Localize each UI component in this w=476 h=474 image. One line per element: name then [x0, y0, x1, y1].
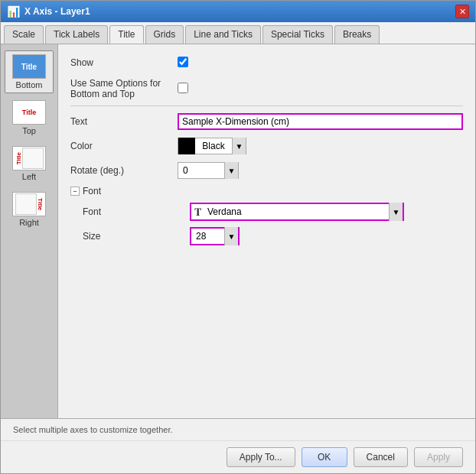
- color-label: Color: [70, 141, 178, 151]
- show-checkbox[interactable]: [178, 57, 188, 67]
- sidebar-label-right: Right: [19, 218, 39, 227]
- title-bar-left: 📊 X Axis - Layer1: [7, 5, 90, 18]
- cancel-button[interactable]: Cancel: [354, 447, 408, 467]
- same-options-control: [178, 83, 463, 96]
- rotate-dropdown-arrow[interactable]: ▼: [224, 162, 238, 179]
- tabs-bar: Scale Tick Labels Title Grids Line and T…: [1, 22, 475, 44]
- size-control: 28 ▼: [190, 227, 463, 245]
- font-collapse-button[interactable]: −: [70, 187, 80, 196]
- font-row: Font 𝐓 Verdana ▼: [83, 203, 463, 221]
- tab-breaks[interactable]: Breaks: [334, 25, 380, 44]
- ok-button[interactable]: OK: [302, 447, 347, 467]
- tab-scale[interactable]: Scale: [4, 25, 44, 44]
- font-section-title: Font: [83, 186, 101, 196]
- color-name: Black: [195, 141, 232, 151]
- rotate-row: Rotate (deg.) 0 ▼: [70, 161, 463, 180]
- rotate-value: 0: [178, 165, 224, 176]
- same-options-checkbox[interactable]: [178, 83, 188, 93]
- size-label: Size: [83, 231, 190, 242]
- font-section-header: − Font: [70, 186, 463, 196]
- main-content: Title Bottom Title Top Title Left: [1, 44, 475, 418]
- text-input[interactable]: [178, 113, 463, 130]
- status-bar: Select multiple axes to customize togeth…: [1, 418, 475, 440]
- right-axis-icon: Title: [12, 192, 46, 216]
- status-text: Select multiple axes to customize togeth…: [13, 425, 173, 434]
- sidebar-item-right[interactable]: Title Right: [5, 188, 54, 231]
- top-axis-icon: Title: [12, 100, 46, 125]
- color-dropdown-arrow[interactable]: ▼: [232, 138, 246, 154]
- sidebar-label-left: Left: [22, 172, 36, 181]
- rotate-control: 0 ▼: [178, 162, 463, 179]
- color-select[interactable]: Black ▼: [178, 138, 246, 154]
- title-bar: 📊 X Axis - Layer1 ✕: [1, 1, 475, 22]
- apply-button[interactable]: Apply: [414, 447, 463, 467]
- sidebar-item-top[interactable]: Title Top: [5, 96, 54, 139]
- same-options-row: Use Same Options for Bottom and Top: [70, 78, 463, 99]
- tab-special-ticks[interactable]: Special Ticks: [262, 25, 333, 44]
- tab-line-and-ticks[interactable]: Line and Ticks: [185, 25, 261, 44]
- close-button[interactable]: ✕: [455, 5, 469, 18]
- bottom-axis-icon: Title: [12, 54, 46, 79]
- font-type-icon: 𝐓: [191, 206, 204, 219]
- show-row: Show: [70, 54, 463, 72]
- tab-tick-labels[interactable]: Tick Labels: [45, 25, 108, 44]
- main-window: 📊 X Axis - Layer1 ✕ Scale Tick Labels Ti…: [0, 0, 476, 474]
- color-swatch: [178, 138, 195, 154]
- font-dropdown-arrow[interactable]: ▼: [389, 203, 403, 221]
- tab-grids[interactable]: Grids: [145, 25, 184, 44]
- same-options-label: Use Same Options for Bottom and Top: [70, 78, 178, 99]
- window-title: X Axis - Layer1: [24, 6, 90, 17]
- size-dropdown[interactable]: 28 ▼: [190, 227, 240, 245]
- size-dropdown-arrow[interactable]: ▼: [224, 227, 238, 245]
- window-icon: 📊: [7, 5, 20, 18]
- text-control: [178, 113, 463, 130]
- color-row: Color Black ▼: [70, 137, 463, 155]
- text-row: Text: [70, 112, 463, 131]
- rotate-label: Rotate (deg.): [70, 165, 178, 176]
- sidebar: Title Bottom Title Top Title Left: [1, 44, 58, 418]
- size-row: Size 28 ▼: [83, 227, 463, 245]
- sidebar-item-left[interactable]: Title Left: [5, 142, 54, 185]
- sidebar-label-top: Top: [22, 126, 36, 135]
- bottom-buttons: Apply To... OK Cancel Apply: [1, 440, 475, 473]
- font-value: Verdana: [204, 206, 389, 217]
- text-label: Text: [70, 116, 178, 127]
- rotate-dropdown[interactable]: 0 ▼: [178, 162, 239, 179]
- divider-1: [70, 106, 463, 106]
- show-control: [178, 57, 463, 70]
- tab-title[interactable]: Title: [109, 25, 143, 44]
- font-dropdown[interactable]: 𝐓 Verdana ▼: [190, 203, 404, 221]
- font-label: Font: [83, 206, 190, 217]
- apply-to-button[interactable]: Apply To...: [227, 447, 295, 467]
- color-control: Black ▼: [178, 138, 463, 154]
- options-panel: Show Use Same Options for Bottom and Top…: [58, 44, 475, 418]
- size-value: 28: [191, 231, 224, 242]
- left-axis-icon: Title: [12, 146, 46, 170]
- font-section: Font 𝐓 Verdana ▼ Size 28: [83, 203, 463, 245]
- show-label: Show: [70, 57, 178, 68]
- font-control: 𝐓 Verdana ▼: [190, 203, 463, 221]
- sidebar-label-bottom: Bottom: [16, 80, 43, 89]
- sidebar-item-bottom[interactable]: Title Bottom: [5, 50, 54, 93]
